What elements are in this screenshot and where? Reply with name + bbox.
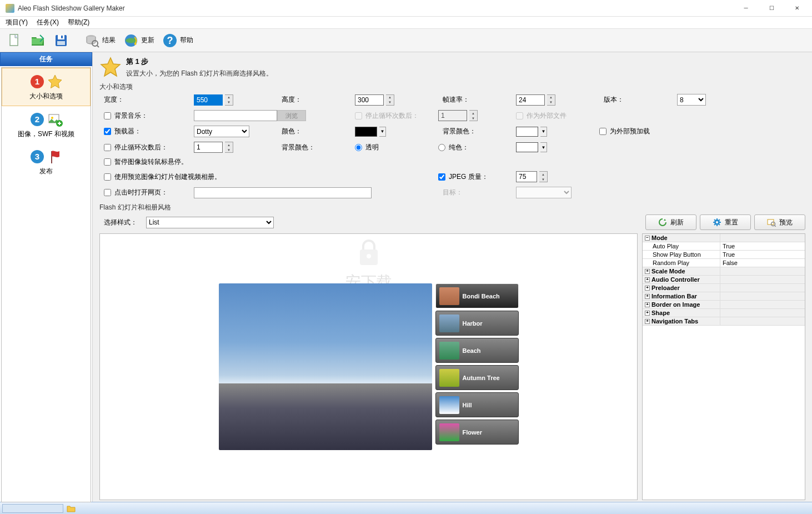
preview-button[interactable]: 预览 [754, 214, 805, 230]
use-preview-checkbox[interactable]: 使用预览图像幻灯片创建视频相册。 [99, 172, 438, 182]
statusbar [0, 502, 812, 514]
version-label: 版本： [599, 95, 677, 104]
update-label: 更新 [141, 36, 154, 45]
prop-category-mode[interactable]: −Mode [643, 234, 805, 242]
step-3-icon: 3 [29, 149, 45, 164]
preloader-select[interactable]: Dotty [194, 126, 249, 137]
help-button[interactable]: ? 帮助 [159, 32, 197, 49]
pause-hover-checkbox[interactable]: 暂停图像旋转鼠标悬停。 [99, 157, 438, 167]
step-1-icon: 1 [29, 74, 45, 89]
reset-button[interactable]: 重置 [700, 214, 751, 230]
step-title: 第 1 步 [126, 57, 273, 67]
folder-icon[interactable] [67, 504, 76, 513]
target-select [516, 187, 572, 198]
prop-category[interactable]: +Preloader [643, 284, 805, 292]
menu-task[interactable]: 任务(X) [32, 17, 63, 28]
fps-label: 帧速率： [438, 95, 516, 104]
new-file-icon [7, 33, 22, 48]
prop-category[interactable]: +Shape [643, 309, 805, 317]
image-add-icon [47, 112, 63, 127]
maximize-button[interactable]: ☐ [759, 0, 784, 17]
new-button[interactable] [3, 32, 26, 49]
flash-preview: Bondi Beach Harbor Beach Autumn Tree Hil… [219, 283, 519, 450]
bgcolor-swatch[interactable] [516, 127, 538, 137]
help-icon: ? [162, 33, 178, 48]
solid-color-swatch[interactable] [516, 142, 538, 152]
svg-text:?: ? [167, 35, 173, 46]
sidebar-item-size-options[interactable]: 1 大小和选项 [2, 68, 91, 106]
prop-row[interactable]: Show Play ButtonTrue [643, 251, 805, 259]
magnify-icon [767, 218, 776, 227]
menu-project[interactable]: 项目(Y) [1, 17, 32, 28]
thumb-item[interactable]: Hill [435, 392, 519, 417]
width-spinner[interactable]: ▲▼ [225, 94, 233, 106]
sidebar-item-label: 发布 [4, 167, 88, 176]
thumb-item[interactable]: Bondi Beach [435, 283, 519, 308]
stoploop2-checkbox[interactable]: 停止循环次数后： [99, 143, 194, 152]
width-input[interactable] [194, 94, 223, 106]
thumb-item[interactable]: Flower [435, 420, 519, 445]
toolbar: 结果 更新 ? 帮助 [0, 29, 812, 52]
bgmusic-input[interactable] [194, 110, 277, 121]
preview-pane: 安下载 anxz.com Bondi Beach Harbor Beach Au… [99, 233, 638, 500]
stoploop-checkbox[interactable]: 停止循环次数后： [355, 111, 438, 121]
step-star-icon [99, 57, 122, 79]
step-2-icon: 2 [29, 112, 45, 127]
star-icon [47, 74, 63, 89]
open-button[interactable] [27, 32, 49, 49]
preloader-checkbox[interactable]: 预载器： [99, 127, 194, 136]
stoploop2-input[interactable] [194, 142, 223, 153]
prop-category[interactable]: +Navigation Tabs [643, 317, 805, 326]
sidebar-item-label: 图像，SWF 和视频 [4, 129, 88, 139]
ext-preload-checkbox[interactable]: 为外部预加载 [599, 127, 677, 136]
result-button[interactable]: 结果 [81, 32, 119, 49]
prop-row[interactable]: Random PlayFalse [643, 259, 805, 267]
lock-icon [357, 238, 381, 267]
open-web-input[interactable] [194, 187, 372, 198]
version-select[interactable]: 8 [677, 94, 706, 106]
prop-row[interactable]: Auto PlayTrue [643, 242, 805, 251]
sidebar-item-publish[interactable]: 3 发布 [2, 143, 91, 181]
thumb-item[interactable]: Autumn Tree [435, 365, 519, 390]
prop-category[interactable]: +Scale Mode [643, 267, 805, 276]
prop-category[interactable]: +Information Bar [643, 292, 805, 301]
save-button[interactable] [50, 32, 72, 49]
height-label: 高度： [277, 95, 355, 104]
jpeg-quality-checkbox[interactable]: JPEG 质量： [438, 172, 516, 182]
fps-spinner[interactable]: ▲▼ [547, 94, 555, 106]
sidebar-header: 任务 [0, 52, 92, 66]
transparent-radio[interactable]: 透明 [355, 143, 438, 152]
color-dropdown[interactable]: ▼ [379, 127, 386, 137]
height-spinner[interactable]: ▲▼ [386, 94, 394, 106]
prop-category[interactable]: +Audio Controller [643, 276, 805, 284]
menubar: 项目(Y) 任务(X) 帮助(Z) [0, 17, 812, 29]
color-label: 颜色： [277, 127, 355, 136]
open-folder-icon [30, 33, 46, 48]
thumb-item[interactable]: Harbor [435, 311, 519, 336]
step-description: 设置大小，为您的 Flash 幻灯片和画廊选择风格。 [126, 69, 273, 78]
minimize-button[interactable]: ─ [733, 0, 759, 17]
update-button[interactable]: 更新 [120, 32, 158, 49]
jpeg-quality-input[interactable] [516, 171, 537, 182]
bgcolor-dropdown[interactable]: ▼ [540, 127, 547, 137]
prop-category[interactable]: +Border on Image [643, 301, 805, 309]
thumb-item[interactable]: Beach [435, 338, 519, 363]
solid-radio[interactable]: 纯色： [438, 143, 516, 152]
fps-input[interactable] [516, 94, 545, 106]
svg-text:1: 1 [35, 77, 39, 86]
bgmusic-checkbox[interactable]: 背景音乐： [99, 111, 194, 121]
menu-help[interactable]: 帮助(Z) [63, 17, 94, 28]
style-select[interactable]: List [146, 217, 274, 228]
sidebar-item-media[interactable]: 2 图像，SWF 和视频 [2, 106, 91, 143]
external-file-checkbox[interactable]: 作为外部文件 [516, 111, 599, 121]
open-web-checkbox[interactable]: 点击时打开网页： [99, 188, 194, 197]
result-label: 结果 [102, 36, 116, 45]
status-segment [2, 504, 63, 513]
refresh-button[interactable]: 刷新 [645, 214, 696, 230]
close-button[interactable]: ✕ [784, 0, 810, 17]
height-input[interactable] [355, 94, 384, 106]
width-label: 宽度： [99, 95, 194, 104]
svg-point-20 [716, 221, 718, 223]
color-swatch[interactable] [355, 127, 377, 137]
svg-text:3: 3 [35, 152, 39, 161]
